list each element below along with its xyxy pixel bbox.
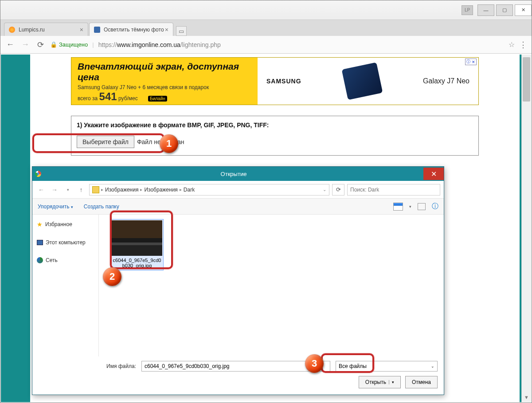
phone-icon [341,62,383,100]
kebab-icon[interactable]: ⋮ [519,40,527,50]
new-tab-button[interactable]: ▭ [176,26,187,36]
pc-icon [37,240,43,245]
step1-panel: 1) Укажите изображение в формате BMP, GI… [71,116,479,156]
chevron-right-icon: ▸ [101,187,103,192]
close-icon[interactable]: × [80,26,83,33]
dialog-nav: ← → ▾ ↑ ▸ Изображения ▸ Изображения ▸ Da… [32,181,444,199]
dialog-sidebar: ★ Избранное Этот компьютер Сеть [32,215,99,356]
crumb[interactable]: Изображения [105,187,138,193]
url-prefix: https:// [98,41,117,48]
tab-label: Осветлить тёмную фото [104,27,164,33]
chevron-down-icon: ⌄ [431,364,434,368]
ad-banner[interactable]: Впечатляющий экран, доступная цена Samsu… [71,57,479,105]
viewport: Впечатляющий экран, доступная цена Samsu… [1,55,531,402]
organize-menu[interactable]: Упорядочить ▾ [38,203,73,210]
sidebar-item-this-pc[interactable]: Этот компьютер [37,237,94,248]
dialog-close-button[interactable]: ✕ [423,168,444,180]
filename-label: Имя файла: [39,363,136,369]
secure-text: Защищено [59,41,88,48]
file-name-label: c6044_0_967e5_9cd0b030_orig.jpg [111,257,163,270]
sidebar-item-favorites[interactable]: ★ Избранное [37,218,94,231]
help-icon[interactable]: ⓘ [432,202,438,211]
tab-label: Lumpics.ru [19,27,45,33]
ad-product: Galaxy J7 Neo [423,77,469,85]
cancel-button[interactable]: Отмена [405,376,438,388]
minimize-button[interactable]: — [477,4,494,16]
image-thumbnail [112,220,162,256]
os-title-bar: LP — ▢ ✕ [0,0,532,20]
forward-button[interactable]: → [20,39,31,50]
carrier-badge: Билайн [148,96,167,102]
nav-forward-icon[interactable]: → [49,184,60,195]
ad-headline: Впечатляющий экран, доступная цена [78,61,251,82]
tab-strip: Lumpics.ru × Осветлить тёмную фото × ▭ [0,20,532,36]
network-icon [37,257,43,263]
ad-brand: SAMSUNG [266,78,301,85]
app-window: LP — ▢ ✕ Lumpics.ru × Осветлить тёмную ф… [0,0,532,403]
back-button[interactable]: ← [5,39,16,50]
bookmark-icon[interactable]: ☆ [509,40,515,49]
open-button[interactable]: Открыть ▾ [359,376,401,388]
dialog-search-input[interactable] [347,184,440,196]
vertical-scrollbar[interactable]: ▲ ▼ [521,55,531,402]
favicon-icon [94,27,100,33]
chevron-down-icon[interactable]: ⌄ [323,187,326,192]
step1-heading: 1) Укажите изображение в формате BMP, GI… [77,121,473,129]
dialog-file-list[interactable]: c6044_0_967e5_9cd0b030_orig.jpg [99,215,444,356]
dialog-footer: Имя файла: Все файлы ⌄ Открыть ▾ Отмена [32,356,444,395]
chrome-icon [32,171,44,177]
close-icon[interactable]: × [165,26,168,33]
address-bar: ← → ⟳ 🔒 Защищено | https://www.imgonline… [0,36,532,54]
nav-up-icon[interactable]: ↑ [76,184,86,195]
dialog-title-bar[interactable]: Открытие ✕ [32,167,444,181]
file-type-select[interactable]: Все файлы ⌄ [336,361,438,372]
dialog-toolbar: Упорядочить ▾ Создать папку ▾ ⓘ [32,199,444,215]
lock-icon: 🔒 [50,41,57,48]
view-mode-icon[interactable] [393,203,403,211]
scroll-down-icon[interactable]: ▼ [522,392,531,402]
lp-badge: LP [462,5,473,15]
chevron-down-icon[interactable]: ▾ [63,184,73,195]
url-path: /lightening.php [180,41,221,48]
dialog-title: Открытие [44,171,423,177]
reload-button[interactable]: ⟳ [35,39,46,50]
sidebar-item-network[interactable]: Сеть [37,254,94,266]
crumb[interactable]: Изображения [144,187,177,193]
ad-subline: Samsung Galaxy J7 Neo + 6 месяцев связи … [78,84,251,90]
crumb[interactable]: Dark [184,187,195,193]
folder-icon [92,186,99,193]
scroll-thumb[interactable] [523,57,530,102]
star-icon: ★ [37,221,43,228]
tab-imgonline[interactable]: Осветлить тёмную фото × [89,23,173,36]
url-field[interactable]: https://www.imgonline.com.ua/lightening.… [98,41,504,48]
chevron-down-icon[interactable]: ▾ [409,204,411,209]
window-close-button[interactable]: ✕ [515,4,532,16]
adchoices-icon[interactable]: ⓘ✕ [465,59,477,65]
maximize-button[interactable]: ▢ [496,4,513,16]
dialog-body: ★ Избранное Этот компьютер Сеть [32,215,444,356]
secure-indicator[interactable]: 🔒 Защищено [50,41,88,48]
nav-back-icon[interactable]: ← [36,184,47,195]
filename-input[interactable] [141,361,330,372]
file-status: Файл не выбран [137,138,184,145]
favicon-icon [9,27,15,33]
file-open-dialog: Открытие ✕ ← → ▾ ↑ ▸ Изображения ▸ Изобр… [32,166,444,395]
refresh-button[interactable]: ⟳ [332,184,344,196]
new-folder-button[interactable]: Создать папку [84,203,119,210]
preview-pane-icon[interactable] [418,203,426,210]
url-host: www.imgonline.com.ua [117,41,180,48]
breadcrumb[interactable]: ▸ Изображения ▸ Изображения ▸ Dark ⌄ [89,184,329,196]
chevron-down-icon[interactable]: ▾ [389,380,394,384]
tab-lumpics[interactable]: Lumpics.ru × [4,23,88,36]
choose-file-button[interactable]: Выберите файл [77,136,134,148]
file-thumbnail[interactable]: c6044_0_967e5_9cd0b030_orig.jpg [110,219,164,270]
